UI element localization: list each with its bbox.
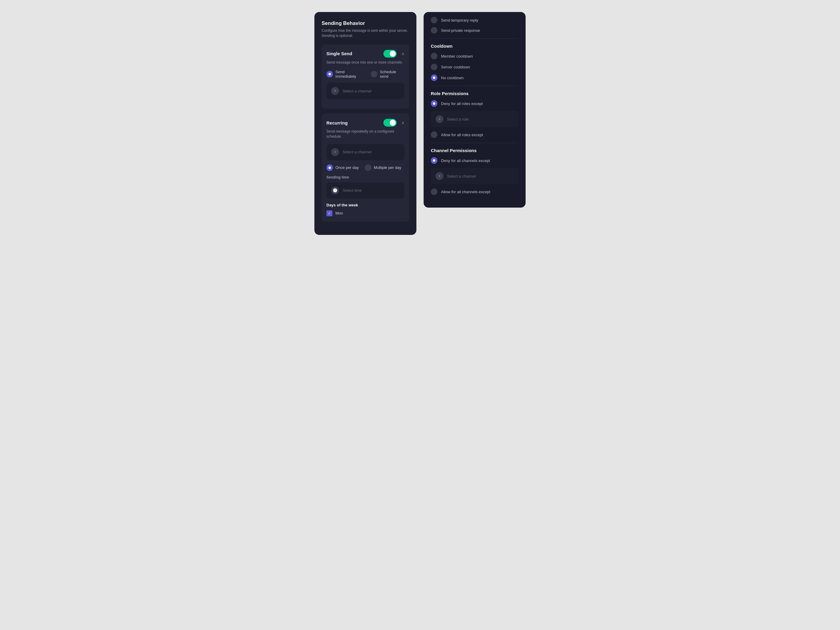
single-send-desc: Send message once into one or more chann… (327, 60, 404, 65)
role-permissions-section: Role Permissions Deny for all roles exce… (431, 91, 518, 138)
send-private-response-dot (431, 27, 437, 33)
allow-all-channels-dot (431, 188, 437, 195)
send-immediately-dot (327, 71, 333, 77)
once-per-day-dot (327, 164, 333, 171)
days-title: Days of the week (327, 203, 404, 207)
multiple-per-day-label: Multiple per day (374, 165, 401, 170)
left-panel: Sending Behavior Configure how the messa… (314, 12, 417, 235)
channel-permissions-plus-icon: + (436, 172, 444, 180)
mon-checkbox[interactable]: ✓ (327, 210, 332, 216)
role-select-plus-icon: + (436, 115, 444, 123)
clock-icon: 🕐 (331, 186, 339, 194)
send-immediately-label: Send immediately (335, 69, 365, 79)
allow-all-roles-label: Allow for all roles except (441, 133, 483, 137)
sending-time-select[interactable]: 🕐 Select time (327, 182, 404, 199)
channel-permissions-select[interactable]: + Select a channel (431, 168, 518, 184)
single-send-card: Single Send ∧ Send message once into one… (322, 44, 409, 109)
deny-all-channels-label: Deny for all channels except (441, 158, 490, 163)
channel-permissions-placeholder: Select a channel (447, 174, 476, 178)
schedule-send-option[interactable]: Schedule send (371, 69, 404, 79)
sending-time-placeholder: Select time (343, 188, 362, 193)
send-immediately-option[interactable]: Send immediately (327, 69, 365, 79)
no-cooldown-option[interactable]: No cooldown (431, 74, 518, 81)
sending-time-label: Sending time (327, 175, 404, 179)
allow-all-roles-option[interactable]: Allow for all roles except (431, 131, 518, 138)
deny-all-channels-dot (431, 157, 437, 164)
divider-1 (431, 38, 518, 39)
recurring-toggle[interactable] (384, 119, 396, 126)
cooldown-title: Cooldown (431, 44, 518, 49)
day-row-mon: ✓ Mon (327, 210, 404, 216)
deny-all-roles-dot (431, 100, 437, 107)
panel-subtitle: Configure how the message is sent within… (322, 28, 409, 38)
allow-all-channels-label: Allow for all channels except (441, 189, 490, 194)
recurring-frequency-group: Once per day Multiple per day (327, 164, 404, 171)
recurring-channel-placeholder: Select a channel (343, 150, 371, 154)
member-cooldown-label: Member cooldown (441, 54, 473, 58)
deny-all-channels-option[interactable]: Deny for all channels except (431, 157, 518, 164)
recurring-channel-select[interactable]: + Select a channel (327, 144, 404, 160)
cooldown-section: Cooldown Member cooldown Server cooldown… (431, 44, 518, 81)
panel-title: Sending Behavior (322, 21, 409, 27)
send-temporary-reply-label: Send temporary reply (441, 18, 478, 22)
recurring-controls: ∧ (384, 119, 404, 126)
allow-all-channels-option[interactable]: Allow for all channels except (431, 188, 518, 195)
server-cooldown-option[interactable]: Server cooldown (431, 63, 518, 70)
days-section: Days of the week ✓ Mon (327, 203, 404, 216)
recurring-desc: Send message repeatedly on a configured … (327, 129, 404, 139)
mon-label: Mon (335, 211, 343, 215)
role-permissions-title: Role Permissions (431, 91, 518, 96)
divider-3 (431, 143, 518, 143)
single-send-channel-placeholder: Select a channel (343, 89, 371, 93)
single-send-controls: ∧ (384, 50, 404, 58)
schedule-send-dot (371, 71, 377, 77)
recurring-card: Recurring ∧ Send message repeatedly on a… (322, 114, 409, 222)
recurring-title: Recurring (327, 120, 348, 125)
deny-all-roles-option[interactable]: Deny for all roles except (431, 100, 518, 107)
send-temporary-reply-item[interactable]: Send temporary reply (431, 17, 518, 24)
channel-permissions-title: Channel Permissions (431, 148, 518, 153)
single-send-channel-select[interactable]: + Select a channel (327, 83, 404, 99)
multiple-per-day-option[interactable]: Multiple per day (365, 164, 401, 171)
server-cooldown-label: Server cooldown (441, 65, 470, 69)
channel-permissions-section: Channel Permissions Deny for all channel… (431, 148, 518, 195)
recurring-channel-plus-icon: + (331, 148, 339, 156)
role-select-placeholder: Select a role (447, 117, 469, 122)
no-cooldown-dot (431, 74, 437, 81)
once-per-day-label: Once per day (335, 165, 359, 170)
deny-all-roles-label: Deny for all roles except (441, 101, 483, 106)
send-temporary-reply-dot (431, 17, 437, 24)
recurring-header: Recurring ∧ (327, 119, 404, 126)
single-send-channel-plus-icon: + (331, 87, 339, 95)
recurring-chevron[interactable]: ∧ (401, 120, 404, 125)
send-private-response-item[interactable]: Send private response (431, 27, 518, 33)
multiple-per-day-dot (365, 164, 371, 171)
single-send-radio-group: Send immediately Schedule send (327, 69, 404, 79)
single-send-chevron[interactable]: ∧ (401, 51, 404, 56)
role-select[interactable]: + Select a role (431, 111, 518, 127)
schedule-send-label: Schedule send (380, 69, 404, 79)
once-per-day-option[interactable]: Once per day (327, 164, 359, 171)
right-panel: Send temporary reply Send private respon… (423, 12, 526, 208)
single-send-header: Single Send ∧ (327, 50, 404, 58)
member-cooldown-option[interactable]: Member cooldown (431, 53, 518, 59)
divider-2 (431, 86, 518, 86)
single-send-toggle[interactable] (384, 50, 396, 58)
server-cooldown-dot (431, 63, 437, 70)
no-cooldown-label: No cooldown (441, 76, 464, 80)
allow-all-roles-dot (431, 131, 437, 138)
send-private-response-label: Send private response (441, 28, 480, 33)
single-send-title: Single Send (327, 51, 352, 56)
member-cooldown-dot (431, 53, 437, 59)
